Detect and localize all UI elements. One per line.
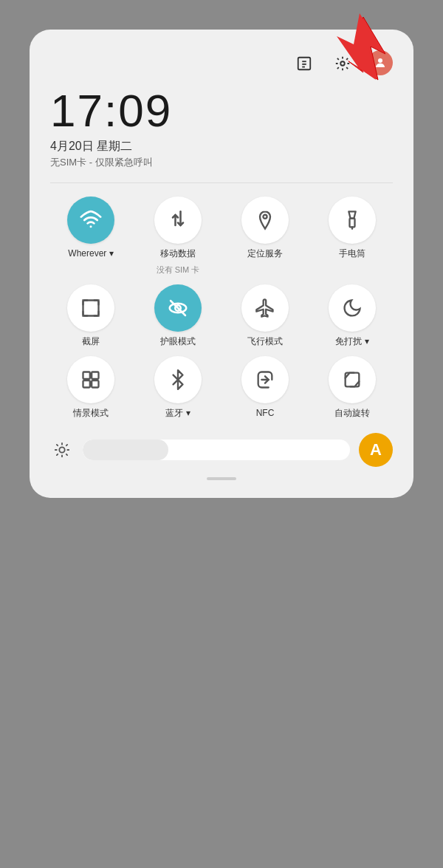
tile-mobile-label: 移动数据 xyxy=(160,248,196,260)
tile-location-label: 定位服务 xyxy=(247,248,283,260)
tile-eye-care-label: 护眼模式 xyxy=(160,336,196,348)
time-display: 17:09 xyxy=(50,86,393,136)
edit-button[interactable] xyxy=(291,50,317,77)
svg-point-11 xyxy=(263,215,267,219)
bottom-handle xyxy=(207,477,236,480)
settings-button[interactable] xyxy=(329,50,356,77)
tile-bluetooth-label: 蓝牙 ▾ xyxy=(165,408,190,420)
tile-nfc[interactable]: NFC xyxy=(224,356,306,420)
tile-eye-care[interactable]: 护眼模式 xyxy=(137,284,219,348)
tile-rotate-label: 自动旋转 xyxy=(334,408,370,420)
tile-mobile-sublabel: 没有 SIM 卡 xyxy=(157,264,200,276)
tile-wifi-circle xyxy=(67,197,114,244)
tile-bluetooth-circle xyxy=(154,356,202,403)
svg-point-5 xyxy=(378,58,382,63)
svg-rect-20 xyxy=(83,381,90,388)
tile-scene-circle xyxy=(67,356,114,403)
notification-panel: 17:09 4月20日 星期二 无SIM卡 - 仅限紧急呼叫 Wherever … xyxy=(30,30,413,498)
tile-airplane-label: 飞行模式 xyxy=(247,336,283,348)
tile-scene-label: 情景模式 xyxy=(73,408,109,420)
tile-airplane-circle xyxy=(241,284,289,332)
brightness-icon xyxy=(50,438,74,462)
svg-line-32 xyxy=(66,445,67,445)
date-display: 4月20日 星期二 xyxy=(50,139,393,154)
tile-dnd[interactable]: 免打扰 ▾ xyxy=(312,284,393,348)
tile-nfc-label: NFC xyxy=(256,408,275,420)
tile-mobile-circle xyxy=(154,197,202,244)
brightness-fill xyxy=(83,440,168,460)
divider xyxy=(50,182,393,183)
tile-mobile-data[interactable]: 移动数据 没有 SIM 卡 xyxy=(137,197,219,276)
tile-location-circle xyxy=(241,197,289,244)
quick-tiles-grid: Wherever ▾ 移动数据 没有 SIM 卡 xyxy=(50,197,393,420)
tile-dnd-label: 免打扰 ▾ xyxy=(335,336,368,348)
svg-point-4 xyxy=(340,61,345,66)
tile-rotate[interactable]: 自动旋转 xyxy=(312,356,393,420)
svg-rect-19 xyxy=(92,372,98,379)
tile-wifi-label: Wherever ▾ xyxy=(68,248,113,260)
tile-eye-care-circle xyxy=(154,284,202,332)
tile-flashlight-label: 手电筒 xyxy=(339,248,365,260)
svg-line-31 xyxy=(57,454,58,455)
tile-scene[interactable]: 情景模式 xyxy=(50,356,131,420)
tile-flashlight-circle xyxy=(329,197,376,244)
sim-info: 无SIM卡 - 仅限紧急呼叫 xyxy=(50,156,393,169)
tile-location[interactable]: 定位服务 xyxy=(224,197,306,276)
svg-rect-18 xyxy=(83,372,90,379)
svg-rect-21 xyxy=(92,381,98,388)
svg-point-8 xyxy=(90,225,92,228)
user-avatar-button[interactable] xyxy=(368,50,393,75)
brightness-row: A xyxy=(50,433,393,467)
time-section: 17:09 4月20日 星期二 无SIM卡 - 仅限紧急呼叫 xyxy=(50,86,393,169)
tile-screenshot-circle xyxy=(67,284,114,332)
brightness-slider[interactable] xyxy=(83,440,350,460)
tile-flashlight[interactable]: 手电筒 xyxy=(312,197,393,276)
top-icons-row xyxy=(50,50,393,77)
svg-rect-12 xyxy=(350,219,355,228)
svg-rect-14 xyxy=(83,300,99,315)
tile-rotate-circle xyxy=(329,356,376,403)
profile-badge[interactable]: A xyxy=(359,433,393,467)
tile-nfc-circle xyxy=(241,356,289,403)
svg-line-27 xyxy=(57,445,58,445)
svg-point-24 xyxy=(59,447,64,452)
tile-airplane[interactable]: 飞行模式 xyxy=(224,284,306,348)
tile-screenshot[interactable]: 截屏 xyxy=(50,284,131,348)
svg-line-28 xyxy=(66,454,67,455)
profile-badge-letter: A xyxy=(370,440,382,459)
tile-dnd-circle xyxy=(329,284,376,332)
tile-bluetooth[interactable]: 蓝牙 ▾ xyxy=(137,356,219,420)
tile-screenshot-label: 截屏 xyxy=(82,336,100,348)
tile-wifi[interactable]: Wherever ▾ xyxy=(50,197,131,276)
